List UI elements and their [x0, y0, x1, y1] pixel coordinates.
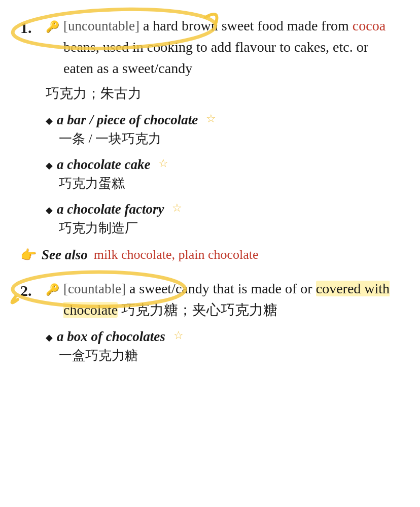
example-chinese-1-3: 巧克力制造厂 [59, 219, 400, 237]
entry-2: 2. 🔑 [countable] a sweet/candy that is m… [20, 278, 400, 364]
examples-list-1: ◆ a bar / piece of chocolate ☆ 一条 / 一块巧克… [46, 112, 400, 237]
key-icon-2: 🔑 [46, 281, 59, 298]
entry-1-chinese: 巧克力；朱古力 [46, 83, 400, 104]
example-item-1-2: ◆ a chocolate cake ☆ 巧克力蛋糕 [46, 157, 400, 192]
example-chinese-2-1: 一盒巧克力糖 [59, 347, 400, 364]
example-phrase-1-1: a bar / piece of chocolate [57, 112, 198, 128]
examples-list-2: ◆ a box of chocolates ☆ 一盒巧克力糖 [46, 329, 400, 364]
example-item-1-3: ◆ a chocolate factory ☆ 巧克力制造厂 [46, 201, 400, 237]
diamond-1-3: ◆ [46, 205, 53, 216]
key-icon-1: 🔑 [46, 18, 59, 35]
example-item-1-1: ◆ a bar / piece of chocolate ☆ 一条 / 一块巧克… [46, 112, 400, 148]
example-chinese-1-1: 一条 / 一块巧克力 [59, 130, 400, 148]
entry-2-definition: [countable] a sweet/candy that is made o… [63, 278, 400, 321]
entry-1: 1. 🔑 [uncountable] a hard brown sweet fo… [20, 15, 400, 263]
example-item-2-1: ◆ a box of chocolates ☆ 一盒巧克力糖 [46, 329, 400, 364]
see-also-row: 👉 See also milk chocolate, plain chocola… [20, 247, 400, 263]
star-icon-1-1[interactable]: ☆ [206, 112, 216, 125]
example-chinese-1-2: 巧克力蛋糕 [59, 175, 400, 192]
example-phrase-1-3: a chocolate factory [57, 201, 164, 217]
entry-2-header: 2. 🔑 [countable] a sweet/candy that is m… [20, 278, 400, 321]
entry-1-definition: [uncountable] a hard brown sweet food ma… [63, 15, 400, 79]
example-phrase-1-2: a chocolate cake [57, 157, 150, 173]
see-also-label: See also [42, 247, 88, 263]
star-icon-1-3[interactable]: ☆ [172, 201, 182, 215]
see-also-links[interactable]: milk chocolate, plain chocolate [94, 247, 259, 262]
entry-1-number: 1. [20, 16, 46, 39]
diamond-1-2: ◆ [46, 160, 53, 171]
def-text-1a: a hard brown sweet food made from [139, 18, 353, 33]
entry-2-number: 2. [20, 279, 46, 302]
grammar-tag-1: [uncountable] [63, 18, 139, 33]
diamond-2-1: ◆ [46, 332, 53, 343]
def-text-1b: beans, used in cooking to add flavour to… [63, 39, 368, 76]
see-also-icon: 👉 [20, 247, 37, 263]
diamond-1-1: ◆ [46, 115, 53, 126]
star-icon-1-2[interactable]: ☆ [158, 157, 168, 170]
star-icon-2-1[interactable]: ☆ [173, 329, 184, 342]
example-phrase-2-1: a box of chocolates [57, 329, 165, 345]
grammar-tag-2: [countable] [63, 281, 126, 296]
entry-1-header: 1. 🔑 [uncountable] a hard brown sweet fo… [20, 15, 400, 79]
cocoa-link[interactable]: cocoa [353, 18, 386, 33]
